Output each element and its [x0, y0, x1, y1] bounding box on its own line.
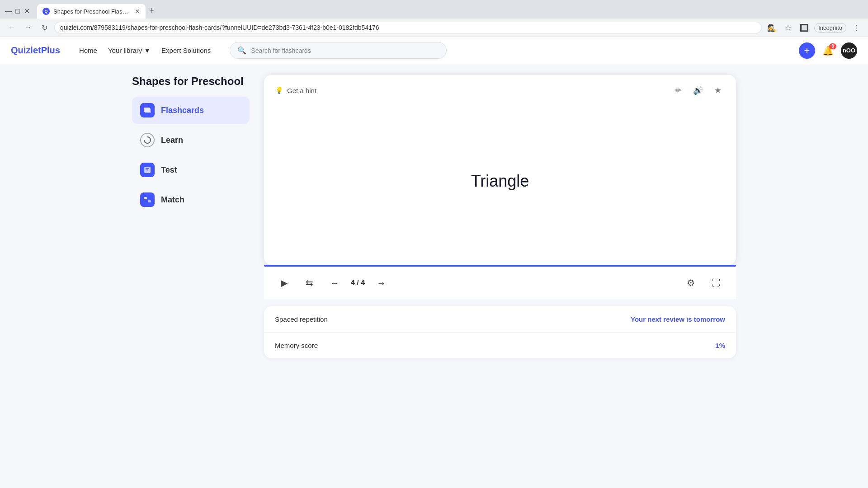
test-icon [140, 163, 155, 177]
page-title: Shapes for Preschool [132, 75, 250, 88]
memory-score-value: 1% [715, 342, 725, 349]
avatar-button[interactable]: nOO [841, 42, 857, 59]
avatar-text: nOO [843, 47, 855, 54]
hint-button[interactable]: 💡 Get a hint [275, 86, 316, 94]
browser-titlebar: — □ ✕ Q Shapes for Preschool Flashcard ✕… [0, 0, 868, 19]
search-bar[interactable]: 🔍 Search for flashcards [230, 42, 447, 59]
shuffle-icon: ⇆ [306, 277, 313, 288]
next-card-button[interactable]: → [372, 274, 390, 292]
test-label: Test [161, 165, 177, 175]
match-icon [140, 192, 155, 207]
maximize-button[interactable]: □ [14, 8, 21, 14]
minimize-button[interactable]: — [5, 8, 12, 14]
sidebar-item-match[interactable]: Match [132, 186, 250, 213]
hint-icon: 💡 [275, 86, 283, 94]
fullscreen-button[interactable]: ⛶ [707, 274, 725, 292]
learn-icon [140, 133, 155, 147]
edit-icon: ✏ [675, 85, 682, 95]
tab-favicon: Q [42, 8, 50, 15]
sidebar: Shapes for Preschool Flashcards Learn [132, 75, 250, 358]
tab-close-icon[interactable]: ✕ [135, 8, 140, 15]
info-row-spaced-repetition: Spaced repetition Your next review is to… [264, 306, 736, 333]
close-button[interactable]: ✕ [24, 8, 30, 14]
profile-button[interactable]: Incognito [814, 23, 846, 33]
bookmark-icon[interactable]: ☆ [782, 21, 794, 34]
add-button[interactable]: + [799, 42, 815, 59]
match-label: Match [161, 195, 184, 205]
card-text: Triangle [471, 172, 529, 191]
nav-home[interactable]: Home [75, 44, 102, 57]
tab-title: Shapes for Preschool Flashcard [53, 8, 131, 15]
flashcards-icon [140, 103, 155, 117]
play-icon: ▶ [281, 277, 288, 288]
toolbar-actions: 🕵 ☆ 🔲 Incognito ⋮ [765, 21, 863, 34]
star-icon: ★ [714, 85, 722, 95]
sidebar-item-flashcards[interactable]: Flashcards [132, 97, 250, 124]
sidebar-menu: Flashcards Learn Test [132, 97, 250, 213]
extension-icon[interactable]: 🔲 [798, 21, 811, 34]
nav-your-library[interactable]: Your library ▼ [104, 44, 155, 57]
spaced-repetition-value[interactable]: Your next review is tomorrow [631, 315, 725, 323]
browser-chrome: — □ ✕ Q Shapes for Preschool Flashcard ✕… [0, 0, 868, 37]
spaced-repetition-label: Spaced repetition [275, 315, 328, 323]
star-button[interactable]: ★ [711, 83, 725, 98]
forward-button[interactable]: → [22, 21, 34, 34]
svg-rect-1 [145, 108, 151, 113]
svg-point-2 [144, 137, 151, 143]
settings-icon: ⚙ [687, 277, 695, 288]
search-icon: 🔍 [237, 46, 246, 55]
info-section: Spaced repetition Your next review is to… [264, 306, 736, 358]
main-nav: Home Your library ▼ Expert Solutions [75, 44, 215, 57]
flashcards-label: Flashcards [161, 106, 204, 115]
notification-button[interactable]: 🔔 8 [822, 45, 834, 56]
flashcard-top: 💡 Get a hint ✏ 🔊 ★ [264, 75, 736, 98]
incognito-icon[interactable]: 🕵 [765, 21, 778, 34]
search-placeholder: Search for flashcards [251, 47, 311, 54]
svg-rect-6 [144, 197, 147, 199]
sound-icon: 🔊 [693, 85, 703, 95]
svg-rect-7 [148, 200, 151, 202]
tab-bar: Q Shapes for Preschool Flashcard ✕ + [37, 4, 863, 19]
edit-button[interactable]: ✏ [671, 83, 685, 98]
card-actions: ✏ 🔊 ★ [671, 83, 725, 98]
back-button[interactable]: ← [5, 21, 18, 34]
window-controls: — □ ✕ [5, 8, 30, 14]
sound-button[interactable]: 🔊 [691, 83, 705, 98]
flashcard-body[interactable]: Triangle [264, 98, 736, 265]
address-bar[interactable]: quizlet.com/879583119/shapes-for-prescho… [54, 22, 762, 33]
url-text: quizlet.com/879583119/shapes-for-prescho… [60, 24, 756, 31]
new-tab-button[interactable]: + [146, 4, 158, 18]
app-header: QuizletPlus Home Your library ▼ Expert S… [0, 37, 868, 64]
play-button[interactable]: ▶ [275, 274, 293, 292]
settings-button[interactable]: ⚙ [682, 274, 700, 292]
sidebar-item-test[interactable]: Test [132, 156, 250, 183]
menu-icon[interactable]: ⋮ [850, 21, 863, 34]
info-row-memory-score: Memory score 1% [264, 333, 736, 358]
app-logo[interactable]: QuizletPlus [11, 45, 60, 56]
card-counter: 4 / 4 [351, 279, 365, 287]
active-tab[interactable]: Q Shapes for Preschool Flashcard ✕ [37, 4, 146, 19]
header-actions: + 🔔 8 nOO [799, 42, 857, 59]
notification-badge: 8 [829, 43, 836, 49]
flashcard-area: 💡 Get a hint ✏ 🔊 ★ Triangle [264, 75, 736, 358]
prev-icon: ← [330, 278, 339, 288]
chevron-down-icon: ▼ [144, 47, 151, 54]
main-content: Shapes for Preschool Flashcards Learn [118, 64, 750, 369]
learn-label: Learn [161, 136, 183, 145]
fullscreen-icon: ⛶ [712, 278, 721, 288]
flashcard-controls: ▶ ⇆ ← 4 / 4 → ⚙ ⛶ [264, 267, 736, 299]
memory-score-label: Memory score [275, 342, 318, 349]
flashcard: 💡 Get a hint ✏ 🔊 ★ Triangle [264, 75, 736, 265]
prev-card-button[interactable]: ← [326, 274, 344, 292]
sidebar-item-learn[interactable]: Learn [132, 127, 250, 154]
nav-expert-solutions[interactable]: Expert Solutions [157, 44, 215, 57]
next-icon: → [377, 278, 386, 288]
reload-button[interactable]: ↻ [38, 21, 51, 34]
shuffle-button[interactable]: ⇆ [300, 274, 318, 292]
hint-label: Get a hint [287, 87, 316, 94]
browser-toolbar: ← → ↻ quizlet.com/879583119/shapes-for-p… [0, 19, 868, 37]
